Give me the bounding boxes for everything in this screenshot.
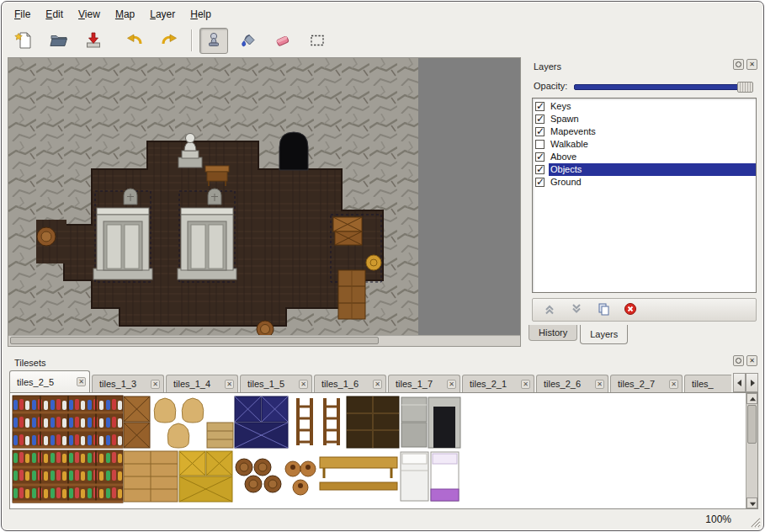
fill-tool-button[interactable] bbox=[234, 28, 263, 54]
tilesets-panel-titlebar: Tilesets ✕ bbox=[8, 355, 760, 370]
layer-visibility-checkbox[interactable] bbox=[535, 152, 545, 162]
layer-visibility-checkbox[interactable] bbox=[535, 102, 545, 111]
tileset-tab-5[interactable]: tiles_1_7 ✕ bbox=[388, 375, 460, 392]
map-rendering bbox=[8, 58, 418, 337]
tab-close-icon[interactable]: ✕ bbox=[225, 380, 234, 389]
delete-layer-icon bbox=[624, 302, 637, 318]
menu-help[interactable]: Help bbox=[183, 6, 219, 23]
tab-close-icon[interactable]: ✕ bbox=[77, 377, 86, 386]
save-button[interactable] bbox=[79, 28, 108, 54]
tab-history[interactable]: History bbox=[529, 325, 577, 341]
layers-float-button[interactable] bbox=[733, 59, 744, 70]
layer-visibility-checkbox[interactable] bbox=[535, 140, 545, 149]
layer-row-spawn[interactable]: Spawn bbox=[533, 113, 756, 125]
tab-close-icon[interactable]: ✕ bbox=[669, 380, 678, 389]
menu-view[interactable]: View bbox=[71, 6, 108, 23]
eraser-tool-button[interactable] bbox=[268, 28, 297, 54]
scroll-up-button[interactable] bbox=[746, 393, 757, 404]
tileset-vertical-scrollbar[interactable] bbox=[746, 393, 757, 508]
tileset-tab-3[interactable]: tiles_1_5 ✕ bbox=[240, 375, 312, 392]
layer-row-ground[interactable]: Ground bbox=[533, 176, 756, 189]
layer-visibility-checkbox[interactable] bbox=[535, 165, 545, 174]
layer-visibility-checkbox[interactable] bbox=[535, 114, 545, 124]
tab-close-icon[interactable]: ✕ bbox=[447, 380, 456, 389]
tileset-tab-9[interactable]: tiles_ ✕ bbox=[684, 375, 731, 392]
new-file-button[interactable] bbox=[10, 28, 39, 54]
menu-map[interactable]: Map bbox=[108, 6, 142, 23]
statusbar: 100% bbox=[2, 509, 763, 530]
tileset-tab-label: tiles_2_6 bbox=[544, 379, 595, 389]
tileset-tab-label: tiles_1_7 bbox=[396, 379, 447, 389]
tileset-tab-2[interactable]: tiles_1_4 ✕ bbox=[166, 375, 238, 392]
layer-visibility-checkbox[interactable] bbox=[535, 178, 545, 187]
tileset-tab-8[interactable]: tiles_2_7 ✕ bbox=[610, 375, 683, 392]
tileset-tab-0[interactable]: tiles_2_5 ✕ bbox=[9, 370, 90, 392]
opacity-label: Opacity: bbox=[534, 81, 567, 91]
menu-file[interactable]: File bbox=[7, 6, 38, 23]
layer-row-above[interactable]: Above bbox=[533, 151, 756, 163]
undo-button[interactable] bbox=[120, 28, 149, 54]
arrow-up-icon bbox=[749, 396, 757, 403]
arrow-left-icon bbox=[736, 379, 744, 387]
duplicate-layer-button[interactable] bbox=[595, 302, 611, 318]
layer-list[interactable]: Keys Spawn Mapevents Walkable Above Obje… bbox=[532, 98, 757, 293]
dock-bottom-tabs: History Layers bbox=[529, 325, 630, 347]
tab-layers-label: Layers bbox=[590, 329, 618, 339]
map-canvas[interactable] bbox=[8, 57, 521, 347]
layer-row-keys[interactable]: Keys bbox=[533, 100, 756, 113]
tab-close-icon[interactable]: ✕ bbox=[299, 380, 308, 389]
layer-row-walkable[interactable]: Walkable bbox=[533, 138, 756, 151]
tilesets-close-button[interactable]: ✕ bbox=[746, 355, 757, 366]
layers-panel-title: Layers bbox=[534, 61, 561, 72]
select-tool-button[interactable] bbox=[303, 28, 332, 54]
opacity-slider-track[interactable] bbox=[574, 84, 753, 90]
layer-name: Mapevents bbox=[549, 125, 756, 138]
lower-layer-button[interactable] bbox=[568, 302, 584, 318]
undo-icon bbox=[125, 30, 145, 51]
tab-scroll-buttons bbox=[733, 373, 758, 392]
stamp-tool-button[interactable] bbox=[199, 28, 228, 54]
open-folder-button[interactable] bbox=[45, 28, 73, 54]
tilesets-float-button[interactable] bbox=[733, 355, 744, 366]
tileset-vscroll-thumb[interactable] bbox=[747, 405, 757, 444]
tileset-tab-label: tiles_2_5 bbox=[17, 377, 77, 387]
raise-layer-button[interactable] bbox=[541, 302, 557, 318]
layer-name: Above bbox=[549, 151, 756, 163]
opacity-slider-handle[interactable] bbox=[737, 82, 753, 93]
map-hscroll-thumb[interactable] bbox=[10, 337, 379, 344]
eraser-tool-icon bbox=[273, 30, 293, 51]
tileset-tab-bar: tiles_2_5 ✕ tiles_1_3 ✕ tiles_1_4 ✕ tile… bbox=[9, 370, 731, 392]
tab-close-icon[interactable]: ✕ bbox=[521, 380, 530, 389]
resize-grip[interactable] bbox=[748, 515, 761, 528]
tab-close-icon[interactable]: ✕ bbox=[373, 380, 382, 389]
raise-layer-icon bbox=[543, 302, 556, 318]
tileset-tab-6[interactable]: tiles_2_1 ✕ bbox=[462, 375, 534, 392]
menu-edit[interactable]: Edit bbox=[38, 6, 71, 23]
menu-layer[interactable]: Layer bbox=[142, 6, 183, 23]
tileset-canvas[interactable] bbox=[9, 392, 758, 509]
delete-layer-button[interactable] bbox=[622, 302, 638, 318]
tilesets-panel: Tilesets ✕ tiles_2_5 ✕ tiles_1_3 ✕ tiles… bbox=[8, 354, 760, 511]
layers-panel-titlebar: Layers ✕ bbox=[527, 59, 760, 74]
tileset-tab-4[interactable]: tiles_1_6 ✕ bbox=[314, 375, 386, 392]
tileset-tab-7[interactable]: tiles_2_6 ✕ bbox=[536, 375, 608, 392]
tileset-tab-label: tiles_2_7 bbox=[618, 379, 669, 389]
layer-row-objects[interactable]: Objects bbox=[533, 163, 756, 176]
scroll-down-button[interactable] bbox=[746, 497, 757, 508]
zoom-level: 100% bbox=[705, 513, 731, 525]
tileset-tab-1[interactable]: tiles_1_3 ✕ bbox=[92, 375, 164, 392]
layers-close-button[interactable]: ✕ bbox=[746, 59, 757, 70]
tab-close-icon[interactable]: ✕ bbox=[151, 380, 160, 389]
layer-visibility-checkbox[interactable] bbox=[535, 127, 545, 136]
tab-scroll-right-button[interactable] bbox=[746, 373, 758, 392]
layer-row-mapevents[interactable]: Mapevents bbox=[533, 125, 756, 138]
tilesets-panel-title: Tilesets bbox=[14, 358, 46, 368]
opacity-slider[interactable] bbox=[574, 82, 753, 93]
layer-name: Ground bbox=[549, 176, 756, 189]
tab-close-icon[interactable]: ✕ bbox=[595, 380, 604, 389]
map-horizontal-scrollbar[interactable] bbox=[8, 335, 520, 346]
tab-scroll-left-button[interactable] bbox=[733, 373, 746, 392]
tab-layers[interactable]: Layers bbox=[580, 325, 628, 344]
redo-button[interactable] bbox=[155, 28, 183, 54]
duplicate-layer-icon bbox=[597, 302, 610, 318]
